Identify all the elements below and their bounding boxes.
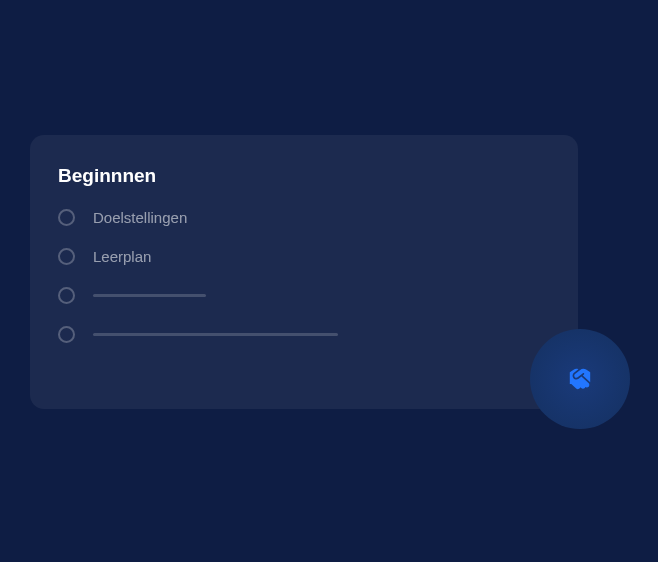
radio-icon xyxy=(58,209,75,226)
checklist-item-leerplan[interactable]: Leerplan xyxy=(58,248,550,265)
checklist-item-placeholder xyxy=(58,326,550,343)
radio-icon xyxy=(58,326,75,343)
checklist-item-placeholder xyxy=(58,287,550,304)
checklist-item-doelstellingen[interactable]: Doelstellingen xyxy=(58,209,550,226)
checklist: Doelstellingen Leerplan xyxy=(58,209,550,343)
help-fab[interactable] xyxy=(530,329,630,429)
radio-icon xyxy=(58,248,75,265)
radio-icon xyxy=(58,287,75,304)
card-title: Beginnnen xyxy=(58,165,550,187)
checklist-item-label: Doelstellingen xyxy=(93,209,187,226)
placeholder-bar xyxy=(93,294,206,297)
checklist-item-label: Leerplan xyxy=(93,248,151,265)
handshake-icon xyxy=(563,362,597,396)
placeholder-bar xyxy=(93,333,338,336)
onboarding-card: Beginnnen Doelstellingen Leerplan xyxy=(30,135,578,409)
